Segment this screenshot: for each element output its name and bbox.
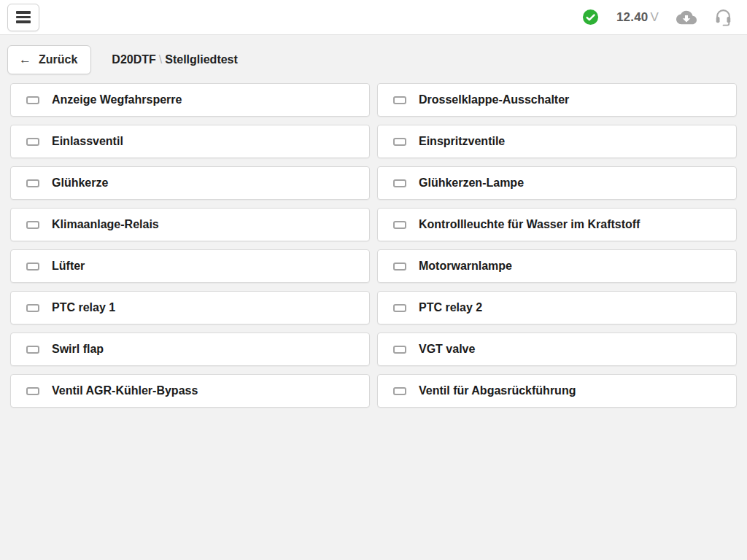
relay-icon	[393, 96, 406, 104]
actuator-test-item[interactable]: Swirl flap	[10, 332, 370, 366]
voltage-unit: V	[650, 10, 659, 24]
actuator-test-label: Swirl flap	[52, 343, 104, 356]
back-button-label: Zurück	[39, 53, 77, 66]
headset-icon[interactable]	[714, 7, 732, 27]
actuator-test-item[interactable]: Glühkerzen-Lampe	[377, 166, 737, 200]
relay-icon	[26, 179, 39, 187]
relay-icon	[26, 96, 39, 104]
actuator-test-item[interactable]: Kontrollleuchte für Wasser im Kraftstoff	[377, 208, 737, 241]
cloud-download-icon[interactable]	[676, 9, 697, 26]
relay-icon	[26, 221, 39, 229]
check-circle-icon	[582, 9, 599, 26]
actuator-test-item[interactable]: Klimaanlage-Relais	[10, 208, 370, 241]
actuator-test-item[interactable]: Drosselklappe-Ausschalter	[377, 83, 737, 117]
actuator-test-label: Glühkerzen-Lampe	[419, 176, 524, 190]
actuator-test-item[interactable]: Lüfter	[10, 249, 370, 283]
actuator-test-item[interactable]: PTC relay 1	[10, 291, 370, 324]
actuator-test-label: Motorwarnlampe	[419, 260, 512, 273]
breadcrumb-separator: \	[156, 53, 165, 66]
relay-icon	[393, 138, 406, 146]
status-cluster: 12.40V	[582, 7, 732, 27]
relay-icon	[26, 262, 39, 271]
actuator-test-item[interactable]: VGT valve	[377, 332, 737, 366]
actuator-test-label: Einlassventil	[52, 135, 123, 148]
relay-icon	[26, 138, 39, 146]
actuator-test-list: Anzeige Wegfahrsperre Drosselklappe-Auss…	[10, 83, 737, 408]
toolbar: ← Zurück D20DTF\Stellgliedtest	[0, 35, 747, 74]
actuator-test-label: Ventil für Abgasrückführung	[419, 384, 576, 397]
breadcrumb-parent: D20DTF	[112, 53, 155, 66]
relay-icon	[393, 221, 406, 229]
actuator-test-item[interactable]: Glühkerze	[10, 166, 370, 200]
relay-icon	[26, 304, 39, 312]
top-bar: 12.40V	[0, 0, 747, 35]
actuator-test-item[interactable]: Ventil für Abgasrückführung	[377, 374, 737, 408]
actuator-test-item[interactable]: Anzeige Wegfahrsperre	[10, 83, 370, 117]
relay-icon	[393, 179, 406, 187]
relay-icon	[393, 304, 406, 312]
back-button[interactable]: ← Zurück	[7, 45, 91, 74]
actuator-test-label: Glühkerze	[52, 176, 108, 190]
relay-icon	[393, 262, 406, 271]
actuator-test-label: Kontrollleuchte für Wasser im Kraftstoff	[419, 218, 640, 231]
actuator-test-label: PTC relay 2	[419, 301, 482, 314]
actuator-test-label: Einspritzventile	[419, 135, 505, 148]
breadcrumb-current: Stellgliedtest	[165, 53, 238, 66]
relay-icon	[393, 346, 406, 354]
actuator-test-item[interactable]: Ventil AGR-Kühler-Bypass	[10, 374, 370, 408]
actuator-test-item[interactable]: Motorwarnlampe	[377, 249, 737, 283]
relay-icon	[26, 387, 39, 395]
hamburger-icon	[16, 11, 31, 14]
actuator-test-item[interactable]: PTC relay 2	[377, 291, 737, 324]
actuator-test-label: Anzeige Wegfahrsperre	[52, 93, 182, 106]
battery-voltage: 12.40V	[616, 10, 659, 25]
back-arrow-icon: ←	[19, 52, 31, 67]
actuator-test-item[interactable]: Einspritzventile	[377, 125, 737, 158]
relay-icon	[393, 387, 406, 395]
actuator-test-label: Lüfter	[52, 260, 85, 273]
actuator-test-label: VGT valve	[419, 343, 475, 356]
actuator-test-label: Ventil AGR-Kühler-Bypass	[52, 384, 198, 397]
actuator-test-item[interactable]: Einlassventil	[10, 125, 370, 158]
menu-button[interactable]	[7, 4, 39, 31]
actuator-test-label: Drosselklappe-Ausschalter	[419, 93, 569, 106]
actuator-test-label: PTC relay 1	[52, 301, 115, 314]
actuator-test-label: Klimaanlage-Relais	[52, 218, 159, 231]
relay-icon	[26, 346, 39, 354]
breadcrumb: D20DTF\Stellgliedtest	[112, 53, 237, 66]
